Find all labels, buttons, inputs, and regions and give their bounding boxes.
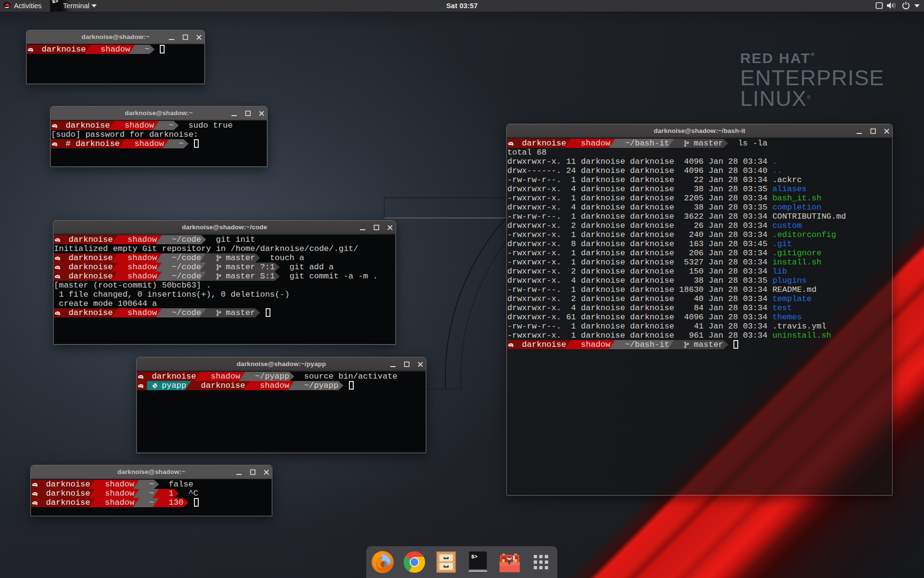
svg-text:$>: $>	[471, 554, 478, 560]
